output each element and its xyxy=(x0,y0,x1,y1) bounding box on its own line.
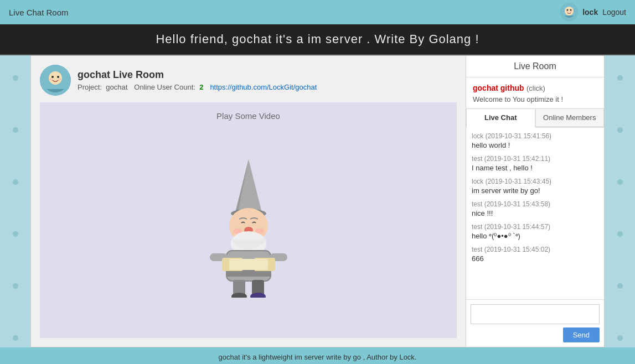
chat-message: test (2019-10-31 15:42:11)I name test , … xyxy=(472,155,598,172)
chat-message: lock (2019-10-31 15:43:45)im server writ… xyxy=(472,178,598,195)
welcome-text: Welcome to You optimize it ! xyxy=(473,95,597,103)
svg-point-4 xyxy=(566,11,568,12)
github-link-area: gochat github (click) Welcome to You opt… xyxy=(466,77,604,108)
room-info: gochat Live Room Project: gochat Online … xyxy=(78,69,317,91)
mascot-image xyxy=(188,143,309,298)
header: Live Chat Room lock Logout xyxy=(0,0,635,24)
online-count: Online User Count: 2 xyxy=(134,83,203,91)
tab-live-chat[interactable]: Live Chat xyxy=(466,108,535,128)
github-click-hint: (click) xyxy=(526,84,545,92)
left-panel: gochat Live Room Project: gochat Online … xyxy=(30,55,466,347)
svg-point-9 xyxy=(57,76,59,78)
live-room-title: Live Room xyxy=(466,56,604,77)
svg-point-5 xyxy=(570,11,572,12)
right-panel: Live Room gochat github (click) Welcome … xyxy=(466,55,605,347)
message-text: im server write by go! xyxy=(472,186,598,195)
message-meta: test (2019-10-31 15:45:02) xyxy=(472,246,598,253)
project-label: Project: gochat xyxy=(78,83,127,91)
room-avatar xyxy=(40,65,71,96)
svg-rect-27 xyxy=(229,259,268,270)
message-meta: test (2019-10-31 15:42:11) xyxy=(472,155,598,163)
message-text: I name test , hello ! xyxy=(472,164,598,172)
chat-input[interactable] xyxy=(471,304,600,324)
svg-point-8 xyxy=(51,76,54,78)
svg-point-3 xyxy=(570,9,572,11)
header-username: lock xyxy=(582,8,598,17)
message-text: hello world ! xyxy=(472,141,598,149)
footer-text: gochat it's a lightweight im server writ… xyxy=(219,353,417,361)
header-user-area: lock Logout xyxy=(560,3,626,21)
chat-message: test (2019-10-31 15:45:02)666 xyxy=(472,246,598,263)
footer: gochat it's a lightweight im server writ… xyxy=(0,347,635,364)
banner-text: Hello friend, gochat it's a im server . … xyxy=(156,32,479,46)
message-meta: lock (2019-10-31 15:43:45) xyxy=(472,178,598,185)
svg-point-7 xyxy=(49,71,62,85)
header-title: Live Chat Room xyxy=(9,8,69,17)
message-meta: lock (2019-10-31 15:41:56) xyxy=(472,132,598,140)
chat-messages: lock (2019-10-31 15:41:56)hello world !t… xyxy=(466,128,604,299)
room-title: gochat Live Room xyxy=(78,69,317,81)
svg-point-10 xyxy=(49,78,53,80)
message-meta: test (2019-10-31 15:43:58) xyxy=(472,200,598,208)
chat-message: test (2019-10-31 15:43:58)nice !!! xyxy=(472,200,598,217)
message-text: hello ᵒ(⁰●•●⁰ `ᵒ) xyxy=(472,232,598,240)
video-area: Play Some Video xyxy=(40,102,457,338)
github-link[interactable]: https://github.com/LockGit/gochat xyxy=(210,83,317,91)
message-text: 666 xyxy=(472,254,598,263)
avatar xyxy=(560,3,578,21)
svg-point-11 xyxy=(58,78,61,80)
send-button[interactable]: Send xyxy=(563,327,600,342)
svg-point-1 xyxy=(565,7,574,15)
chat-message: lock (2019-10-31 15:41:56)hello world ! xyxy=(472,132,598,149)
chat-message: test (2019-10-31 15:44:57)hello ᵒ(⁰●•●⁰ … xyxy=(472,223,598,240)
message-text: nice !!! xyxy=(472,209,598,217)
play-video-label: Play Some Video xyxy=(216,111,280,121)
svg-point-2 xyxy=(567,9,569,11)
chat-input-area: Send xyxy=(466,299,604,347)
main-content: gochat Live Room Project: gochat Online … xyxy=(30,55,605,347)
banner: Hello friend, gochat it's a im server . … xyxy=(0,24,635,55)
chat-tabs: Live Chat Online Members xyxy=(466,108,604,128)
github-repo-link[interactable]: gochat github xyxy=(473,84,524,92)
tab-online-members[interactable]: Online Members xyxy=(535,108,605,127)
room-header: gochat Live Room Project: gochat Online … xyxy=(40,65,457,96)
message-meta: test (2019-10-31 15:44:57) xyxy=(472,223,598,231)
logout-button[interactable]: Logout xyxy=(602,8,626,17)
room-meta: Project: gochat Online User Count: 2 htt… xyxy=(78,83,317,91)
